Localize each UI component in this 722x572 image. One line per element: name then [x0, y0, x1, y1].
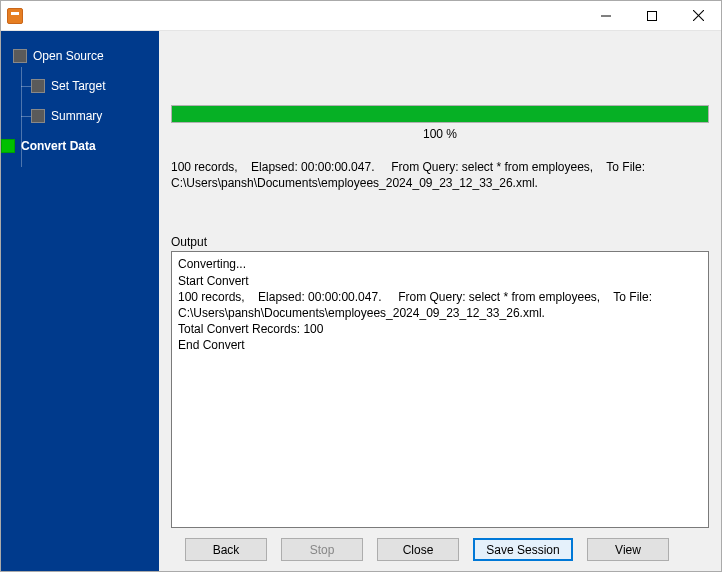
sidebar-item-open-source[interactable]: Open Source	[13, 41, 159, 71]
progress-label: 100 %	[171, 127, 709, 141]
step-box-icon	[31, 109, 45, 123]
maximize-button[interactable]	[629, 1, 675, 31]
minimize-button[interactable]	[583, 1, 629, 31]
wizard-sidebar: Open Source Set Target Summary Convert D…	[1, 31, 159, 571]
titlebar	[1, 1, 721, 31]
close-button[interactable]	[675, 1, 721, 31]
step-box-icon	[31, 79, 45, 93]
sidebar-item-convert-data[interactable]: Convert Data	[1, 131, 159, 161]
app-icon	[7, 8, 23, 24]
sidebar-item-label: Open Source	[33, 49, 104, 63]
sidebar-item-label: Convert Data	[21, 139, 96, 153]
progress-fill	[172, 106, 708, 122]
step-box-icon	[1, 139, 15, 153]
stop-button: Stop	[281, 538, 363, 561]
view-button[interactable]: View	[587, 538, 669, 561]
content-panel: 100 % 100 records, Elapsed: 00:00:00.047…	[159, 31, 721, 571]
sidebar-item-label: Summary	[51, 109, 102, 123]
progress-bar	[171, 105, 709, 123]
close-dialog-button[interactable]: Close	[377, 538, 459, 561]
sidebar-item-summary[interactable]: Summary	[13, 101, 159, 131]
summary-text: 100 records, Elapsed: 00:00:00.047. From…	[171, 159, 709, 191]
sidebar-item-label: Set Target	[51, 79, 105, 93]
output-label: Output	[171, 235, 709, 249]
svg-rect-1	[648, 11, 657, 20]
back-button[interactable]: Back	[185, 538, 267, 561]
button-row: Back Stop Close Save Session View	[171, 528, 709, 563]
output-textarea[interactable]: Converting... Start Convert 100 records,…	[171, 251, 709, 528]
save-session-button[interactable]: Save Session	[473, 538, 573, 561]
sidebar-item-set-target[interactable]: Set Target	[13, 71, 159, 101]
step-box-icon	[13, 49, 27, 63]
